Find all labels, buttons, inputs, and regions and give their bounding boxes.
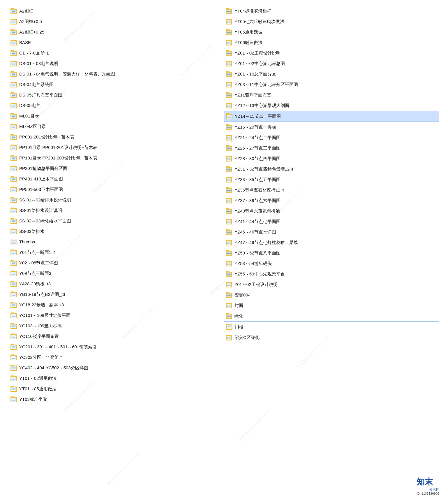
list-item[interactable]: SS-01给排水设计说明 bbox=[9, 205, 224, 216]
dwg-file-icon bbox=[10, 59, 17, 68]
list-item[interactable]: 封面 bbox=[224, 300, 439, 311]
list-item[interactable]: YT05七六丘驳岸砌坎做法 bbox=[224, 16, 439, 27]
list-item[interactable]: Z01～02工程设计说明 bbox=[224, 279, 439, 290]
svg-rect-8 bbox=[15, 20, 16, 21]
svg-rect-181 bbox=[15, 324, 16, 326]
list-item[interactable]: YZ36节点五石材座椅12.4 bbox=[224, 185, 439, 195]
list-item[interactable]: YZ40节点六孤冕树树池 bbox=[224, 206, 439, 216]
file-item-label: PP101目录 PP001-201设计说明+苗木表 bbox=[19, 145, 97, 150]
list-item[interactable]: YZ31～32节点四特色景墙12.4 bbox=[224, 164, 439, 174]
list-item[interactable]: BASE bbox=[9, 37, 224, 48]
list-item[interactable]: YZ45～46节点七详图 bbox=[224, 227, 439, 237]
list-item[interactable]: PP401-413上木平面图 bbox=[9, 174, 224, 184]
list-item[interactable]: YC402～404-YC502～503分区详图 bbox=[9, 363, 224, 373]
list-item[interactable]: SS-01～02给排水设计说明 bbox=[9, 195, 224, 205]
dwg-file-icon bbox=[10, 290, 17, 298]
dwg-file-icon bbox=[10, 175, 17, 183]
file-item-label: YZ50～52节点八平面图 bbox=[234, 250, 281, 256]
file-item-label: YA28-29锈板_t3 bbox=[19, 281, 51, 287]
dwg-file-icon bbox=[10, 280, 17, 288]
list-item[interactable]: YZ33～35节点五平面图 bbox=[224, 174, 439, 185]
list-item[interactable]: YZ25～27节点三平面图 bbox=[224, 143, 439, 153]
list-item[interactable]: DS-05电气 bbox=[9, 100, 224, 111]
svg-rect-135 bbox=[11, 242, 14, 244]
list-item[interactable]: PP001-201设计说明+苗木表 bbox=[9, 132, 224, 142]
list-item[interactable]: YZ14～15节点一平面图 bbox=[224, 111, 439, 122]
list-item[interactable]: 门楼 bbox=[224, 321, 439, 332]
file-item-label: YZ45～46节点七详图 bbox=[234, 229, 276, 235]
list-item[interactable]: Y01节点一断面1.2 bbox=[9, 247, 224, 258]
list-item[interactable]: YZ47～49节点七灯柱菱喷，景墙 bbox=[224, 237, 439, 248]
list-item[interactable]: A2图框+0.25 bbox=[9, 27, 224, 37]
list-item[interactable]: YZ01～02中心湖北岸总图 bbox=[224, 58, 439, 69]
list-item[interactable]: YZ03～11中心湖北岸分区平面图 bbox=[224, 79, 439, 90]
list-item[interactable]: YC201～301～401～501～601铺装索引 bbox=[9, 342, 224, 352]
svg-rect-20 bbox=[15, 41, 16, 42]
list-item[interactable]: PP101目录 PP201-203设计说明+苗木表 bbox=[9, 153, 224, 163]
svg-rect-145 bbox=[15, 261, 16, 263]
list-item[interactable]: YT03标准坐凳 bbox=[9, 394, 224, 405]
list-item[interactable]: YZ01～10总平面分区 bbox=[224, 69, 439, 79]
list-item[interactable]: YA28-29锈板_t3 bbox=[9, 279, 224, 289]
list-item[interactable]: YT01～02通用做法 bbox=[9, 373, 224, 384]
list-item[interactable]: YC18-23景墙 - 副本_t3 bbox=[9, 300, 224, 310]
list-item[interactable]: 绍兴C区绿化 bbox=[224, 332, 439, 343]
list-item[interactable]: 绿化 bbox=[224, 311, 439, 321]
svg-rect-247 bbox=[230, 41, 231, 42]
list-item[interactable]: YT05通用残坡 bbox=[224, 27, 439, 37]
list-item[interactable]: C1～7-C厕所-1 bbox=[9, 48, 224, 58]
list-item[interactable]: PP101目录 PP001-201设计说明+苗木表 bbox=[9, 142, 224, 153]
svg-rect-44 bbox=[15, 83, 16, 84]
list-item[interactable]: ML04Z区目录 bbox=[9, 121, 224, 132]
list-item[interactable]: YZ16～20节点一楼梯 bbox=[224, 122, 439, 132]
list-item[interactable]: YZ21～24节点二平面图 bbox=[224, 132, 439, 143]
list-item[interactable]: PP301植物总平面分区图 bbox=[9, 163, 224, 174]
list-item[interactable]: Y09节点三断面3 bbox=[9, 268, 224, 279]
list-item[interactable]: YZ12～13中心湖景观大剖面 bbox=[224, 100, 439, 111]
list-item[interactable]: ML01目录 bbox=[9, 111, 224, 121]
list-item[interactable]: YZ28～30节点四平面图 bbox=[224, 153, 439, 164]
list-item[interactable]: YT06驳岸做法 bbox=[224, 37, 439, 48]
file-item-label: 绍兴C区绿化 bbox=[234, 335, 260, 340]
dwg-file-icon bbox=[226, 270, 233, 278]
list-item[interactable]: Thumbs bbox=[9, 237, 224, 247]
file-item-label: Y09节点三断面3 bbox=[19, 271, 51, 276]
brand-id: ID: 1133120906 bbox=[417, 492, 439, 495]
list-item[interactable]: YZ41～44节点七平面图 bbox=[224, 216, 439, 227]
list-item[interactable]: YC110驳岸平面布置 bbox=[9, 331, 224, 342]
list-item[interactable]: YC103～109竖向标高 bbox=[9, 321, 224, 331]
dwg-file-icon bbox=[226, 207, 233, 215]
svg-rect-235 bbox=[230, 20, 231, 21]
list-item[interactable]: YT01～05通用做法 bbox=[9, 384, 224, 394]
list-item[interactable]: A2图框+0.5 bbox=[9, 16, 224, 27]
list-item[interactable]: DS-05灯具布置平面图 bbox=[9, 90, 224, 100]
svg-rect-403 bbox=[230, 315, 231, 316]
dwg-file-icon bbox=[226, 38, 233, 47]
list-item[interactable]: YZ50～52节点八平面图 bbox=[224, 248, 439, 258]
dwg-file-icon bbox=[226, 280, 233, 289]
list-item[interactable]: YZ37～39节点六平面图 bbox=[224, 195, 439, 206]
list-item[interactable]: YZ53～54游艇码头 bbox=[224, 258, 439, 269]
dwg-file-icon bbox=[226, 323, 233, 331]
list-item[interactable]: 变更004 bbox=[224, 290, 439, 300]
list-item[interactable]: SS-02～03绿化给水平面图 bbox=[9, 216, 224, 226]
dwg-file-icon bbox=[226, 80, 233, 89]
list-item[interactable]: YZ11驳岸平面布置 bbox=[224, 90, 439, 100]
list-item[interactable]: YB16-19节点B2详图_t3 bbox=[9, 289, 224, 300]
list-item[interactable]: YC101～108尺寸定位平面 bbox=[9, 310, 224, 321]
list-item[interactable]: YZ01～02工程设计说明 bbox=[224, 48, 439, 58]
list-item[interactable]: DS-04电气系统图 bbox=[9, 79, 224, 90]
list-item[interactable]: YC302分区一坐凳组合 bbox=[9, 352, 224, 363]
list-item[interactable]: YT04标准滨河栏杆 bbox=[224, 6, 439, 16]
list-item[interactable]: DS-01～03电气说明 bbox=[9, 58, 224, 69]
list-item[interactable]: Y02～08节点二详图 bbox=[9, 258, 224, 268]
list-item[interactable]: YZ55～59中心湖观景平台 bbox=[224, 269, 439, 279]
dwg-file-icon bbox=[10, 7, 17, 15]
svg-rect-157 bbox=[15, 282, 16, 284]
list-item[interactable]: SS-03给排水 bbox=[9, 226, 224, 237]
list-item[interactable]: DS-01～04电气说明、安装大样、材料表、系统图 bbox=[9, 69, 224, 79]
file-item-label: YT03标准坐凳 bbox=[19, 396, 47, 402]
list-item[interactable]: A2图框 bbox=[9, 6, 224, 16]
list-item[interactable]: PP501-503下木平面图 bbox=[9, 184, 224, 195]
file-item-label: 门楼 bbox=[235, 324, 244, 330]
